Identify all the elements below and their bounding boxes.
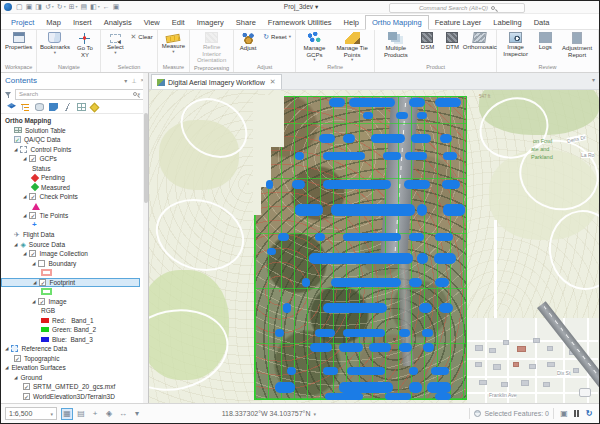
chevron-down-icon[interactable]: ▾ [124,77,127,84]
tree-item-footprint[interactable]: ◢✓Footprint [1,278,140,288]
go-to-xy-button[interactable]: Go To XY [71,31,98,58]
command-search-input[interactable]: Command Search (Alt+Q) [389,3,525,13]
list-by-draworder-icon[interactable] [7,103,16,111]
attribution-button[interactable] [579,388,591,397]
map-view-tab[interactable]: Digital Aerial Imagery Workflow ✕ [151,74,282,89]
map-coordinates[interactable]: 118.337302°W 34.103757°N ▾ [222,410,316,417]
tree-item-solution-table[interactable]: Solution Table [1,126,148,136]
close-icon[interactable]: ✕ [270,78,276,86]
tab-ortho-mapping[interactable]: Ortho Mapping [365,15,429,30]
dsm-button[interactable]: DSM [415,31,439,51]
map-canvas[interactable]: 547 fton Fowlate andParklandDena DrLa Ro… [149,90,599,403]
manage-tie-points-button[interactable]: Manage Tie Points▾ [332,31,372,62]
checkbox[interactable]: ✓ [29,155,36,162]
dtm-button[interactable]: DTM [440,31,464,51]
expander-icon[interactable]: ◢ [32,299,35,304]
pin-icon[interactable]: ⊥ [131,77,136,84]
status-right-icon-0[interactable]: ▣ [558,408,570,420]
titlebar-icon-6[interactable]: ▤ [81,3,88,11]
tree-item-ortho-mapping[interactable]: Ortho Mapping [1,116,148,126]
expander-icon[interactable]: ◢ [5,346,8,351]
image-inspector-button[interactable]: Image Inspector [499,31,532,57]
selected-features[interactable]: Selected Features: 0 [474,410,549,417]
tree-item-source-data[interactable]: ◢◈Source Data [1,240,148,250]
tab-framework-utilities[interactable]: Framework Utilities [262,16,338,29]
tab-imagery[interactable]: Imagery [191,16,230,29]
titlebar-icon-1[interactable]: ▣ [26,3,33,11]
titlebar-icon-8[interactable]: ← [103,3,110,11]
checkbox[interactable]: ✓ [23,383,30,390]
tree-item-symbol[interactable] [1,287,148,297]
status-icon-5[interactable]: ▾ [131,408,143,420]
status-icon-1[interactable]: ▤ [75,408,87,420]
tab-feature-layer[interactable]: Feature Layer [429,16,488,29]
refresh-icon[interactable]: ↻ [583,408,595,420]
list-by-selection-icon[interactable] [35,103,44,111]
tab-map[interactable]: Map [40,16,67,29]
pause-drawing-icon[interactable] [574,410,579,417]
expander-icon[interactable]: ◢ [33,280,36,285]
tree-item-green-band-2[interactable]: Green: Band_2 [1,325,148,335]
map-scale-input[interactable]: 1:6,500 ▾ [5,407,57,420]
properties-button[interactable]: Properties [3,31,34,51]
titlebar-icon-0[interactable]: ▢ [16,3,23,11]
contents-scrollbar[interactable] [143,73,148,403]
manage-gcps-button[interactable]: Manage GCPs▾ [298,31,331,62]
checkbox[interactable]: ✓ [29,193,36,200]
checkbox[interactable]: ✓ [29,212,36,219]
tree-item-boundary[interactable]: ◢Boundary [1,259,148,269]
status-icon-2[interactable]: + [89,408,101,420]
titlebar-icon-4[interactable]: ↻▾ [57,3,66,11]
status-icon-4[interactable]: ↔ [117,408,129,420]
bookmarks-button[interactable]: Bookmarks▾ [39,31,70,55]
select-button[interactable]: Select▾ [103,31,127,55]
expander-icon[interactable]: ◢ [5,365,8,370]
expander-icon[interactable]: ◢ [14,147,17,152]
tree-item-worldelevation3d-terrain3d[interactable]: ✓WorldElevation3D/Terrain3D [1,392,148,402]
expander-icon[interactable]: ◢ [32,261,35,266]
reset-button[interactable]: ↻Reset▾ [261,33,293,40]
tree-item-tie-points[interactable]: ◢✓Tie Points [1,211,148,221]
list-by-source-icon[interactable] [21,103,30,111]
list-by-tag-icon[interactable] [90,102,100,112]
list-by-snapshot-icon[interactable] [49,103,58,111]
expander-icon[interactable]: ◢ [23,156,26,161]
tree-item-elevation-surfaces[interactable]: ◢Elevation Surfaces [1,363,148,373]
checkbox[interactable]: ✓ [14,355,21,362]
status-icon-0[interactable]: ▦ [61,408,73,420]
expander-icon[interactable]: ◢ [23,251,26,256]
logs-button[interactable]: Logs [533,31,557,51]
checkbox[interactable]: ✓ [39,279,46,286]
tab-labeling[interactable]: Labeling [487,16,527,29]
tree-item-rgb[interactable]: RGB [1,306,148,316]
chevron-down-icon[interactable]: ▾ [592,76,595,83]
status-icon-3[interactable]: ◈ [103,408,115,420]
tree-item-gcps[interactable]: ◢✓GCPs [1,154,148,164]
adjustment-report-button[interactable]: Adjustment Report [558,31,596,58]
titlebar-icon-2[interactable]: ◨ [35,3,42,11]
tree-item-measured[interactable]: Measured [1,183,148,193]
tab-view[interactable]: View [138,16,166,29]
tree-item-qa-qc-data[interactable]: ✓QA/QC Data [1,135,148,145]
adjust-button[interactable]: Adjust [236,31,260,52]
tree-item-flight-data[interactable]: ✈Flight Data [1,230,148,240]
tab-data[interactable]: Data [528,16,556,29]
multiple-products-button[interactable]: Multiple Products [377,31,414,58]
tree-item-status[interactable]: Status [1,164,148,174]
tree-item-control-points[interactable]: ◢Control Points [1,145,148,155]
tab-edit[interactable]: Edit [166,16,191,29]
tree-item-srtm-gmted-20-gcs-mxf[interactable]: ✓SRTM_GMTED_20_gcs.mxf [1,382,148,392]
tree-item-red-band-1[interactable]: Red: Band_1 [1,316,148,326]
checkbox[interactable]: ✓ [29,250,36,257]
tab-project[interactable]: Project [5,16,40,29]
expander-icon[interactable]: ◢ [23,213,26,218]
tree-item-pending[interactable]: Pending [1,173,148,183]
tree-item-symbol[interactable] [1,268,148,278]
titlebar-icon-9[interactable]: ▣ [113,3,120,11]
checkbox[interactable]: ✓ [38,298,45,305]
measure-button[interactable]: Measure▾ [160,31,187,54]
expander-icon[interactable]: ◢ [14,375,17,380]
tree-item-ground[interactable]: ◢Ground [1,373,148,383]
expander-icon[interactable]: ◢ [14,242,17,247]
tree-item-check-points[interactable]: ◢✓Check Points [1,192,148,202]
